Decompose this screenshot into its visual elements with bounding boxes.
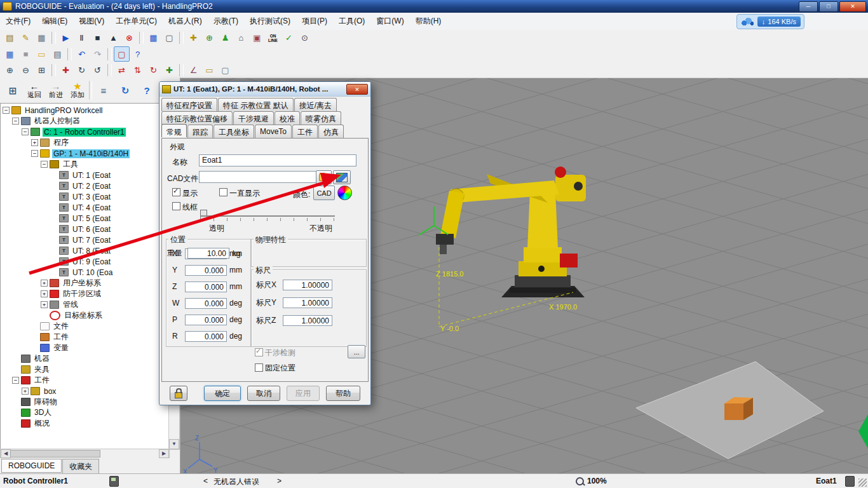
rotate-view-button[interactable]: ↻	[74, 62, 90, 78]
tree-item-parts[interactable]: 工件	[1, 375, 169, 386]
jog-x-button[interactable]: ⇄	[114, 62, 130, 78]
tree-item-controllers[interactable]: 机器人控制器	[1, 116, 169, 126]
add-button[interactable]: ★ 添加	[67, 79, 88, 102]
confirm-button[interactable]: ✓	[281, 30, 297, 46]
help-button[interactable]: ?	[130, 46, 146, 62]
dialog-tab[interactable]: 仿真	[318, 125, 344, 138]
apply-button[interactable]: 应用	[287, 386, 320, 401]
tree-item-workcell[interactable]: HandlingPRO Workcell	[1, 105, 169, 116]
scrollbar-thumb[interactable]	[10, 450, 100, 458]
prev-error-button[interactable]: <	[203, 477, 208, 485]
back-button[interactable]: ← 返回	[24, 79, 44, 102]
toolbar-separator[interactable]	[139, 32, 144, 44]
robot-jog-button[interactable]: ✚	[186, 30, 201, 46]
next-error-button[interactable]: >	[277, 477, 281, 485]
dialog-tab[interactable]: 特征 示教位置 默认	[218, 98, 294, 111]
tree-item-controller1[interactable]: C: 1 - Robot Controller1	[1, 126, 169, 137]
tree-item-human[interactable]: 3D人	[1, 407, 169, 418]
lock-button[interactable]	[170, 386, 187, 401]
collision-check-checkbox[interactable]	[255, 348, 263, 356]
fixed-position-checkbox[interactable]	[255, 363, 263, 372]
tree-expander-icon[interactable]	[31, 139, 38, 146]
dialog-tab[interactable]: 特征程序设置	[161, 98, 217, 111]
cancel-button[interactable]: 取消	[247, 386, 280, 401]
tool-pendant-icon[interactable]	[845, 476, 855, 487]
scroll-right-icon[interactable]: ▶	[159, 449, 169, 458]
menu-item[interactable]: 执行测试(S)	[244, 13, 296, 30]
menu-item[interactable]: 视图(V)	[73, 13, 110, 30]
list-view-button[interactable]: ≡	[93, 79, 114, 102]
help-button[interactable]: 帮助	[326, 386, 360, 401]
menu-item[interactable]: 项目(P)	[296, 13, 333, 30]
menu-item[interactable]: 帮助(H)	[410, 13, 447, 30]
tree-expander-icon[interactable]	[31, 150, 38, 157]
zoom-out-button[interactable]: ⊖	[18, 62, 34, 78]
dialog-tab[interactable]: 接近/离去	[294, 98, 337, 111]
tree-item-ut4[interactable]: UT: 4 (Eoat	[1, 202, 169, 213]
dialog-tab[interactable]: 工具坐标	[214, 125, 254, 138]
axis-value-field[interactable]: 0.000	[185, 298, 227, 309]
tab-favorites[interactable]: 收藏夹	[62, 459, 99, 475]
axis-value-field[interactable]: 0.000	[185, 281, 227, 292]
toolbar-separator[interactable]	[179, 64, 184, 76]
dialog-tab[interactable]: MoveTo	[255, 125, 292, 138]
ruler-button[interactable]: ▭	[201, 62, 217, 78]
dialog-tab[interactable]: 常规	[161, 124, 187, 137]
tree-item-ut10[interactable]: UT: 10 (Eoa	[1, 267, 169, 278]
undo-button[interactable]: ↶	[74, 46, 90, 62]
eject-button[interactable]: ▲	[105, 30, 121, 46]
minimize-button[interactable]	[799, 1, 818, 12]
tree-expander-icon[interactable]	[41, 290, 48, 297]
scale-value-field[interactable]: 1.00000	[283, 280, 332, 290]
toolbar-separator[interactable]	[51, 32, 56, 44]
show-checkbox[interactable]	[172, 188, 180, 196]
dialog-tab[interactable]: 特征示教位置偏移	[161, 111, 233, 125]
tree-item-ut7[interactable]: UT: 7 (Eoat	[1, 234, 169, 245]
tab-roboguide[interactable]: ROBOGUIDE	[1, 459, 62, 473]
menu-item[interactable]: 工作单元(C)	[110, 13, 163, 30]
toolbar-separator[interactable]	[67, 48, 72, 60]
robot-properties-button[interactable]: ▦	[34, 30, 50, 46]
transparency-slider-track[interactable]	[200, 215, 335, 217]
scale-value-field[interactable]: 1.00000	[283, 297, 332, 308]
tree-expander-icon[interactable]	[12, 377, 19, 384]
dialog-close-button[interactable]	[346, 84, 368, 95]
wireframe-checkbox[interactable]	[172, 202, 180, 210]
toolbar-separator[interactable]	[89, 81, 92, 100]
name-field[interactable]: Eoat1	[199, 154, 356, 166]
teach-pendant-icon[interactable]	[109, 476, 119, 487]
tree-expander-icon[interactable]	[41, 161, 48, 168]
human-model-button[interactable]: ♟	[217, 30, 233, 46]
dialog-tab[interactable]: 跟踪	[187, 125, 213, 138]
target-point-button[interactable]: ⊕	[201, 30, 217, 46]
orbit-view-button[interactable]: ↺	[90, 62, 105, 78]
tree-item-parts-ctrl[interactable]: 工件	[1, 332, 169, 342]
open-folder-button[interactable]: ▭	[34, 46, 50, 62]
cad-file-field[interactable]	[199, 171, 317, 183]
always-show-checkbox[interactable]	[219, 188, 227, 196]
dialog-tab[interactable]: 校准	[275, 111, 300, 125]
tree-item-vars[interactable]: 变量	[1, 342, 169, 353]
refresh-button[interactable]: ↻	[115, 79, 135, 102]
toolbar-separator[interactable]	[107, 48, 112, 60]
edit-workcell-button[interactable]: ✎	[18, 30, 34, 46]
cell-browser-button[interactable]: ▦	[2, 46, 18, 62]
menu-item[interactable]: 文件(F)	[0, 13, 36, 30]
tree-expander-icon[interactable]	[41, 280, 48, 287]
maximize-button[interactable]	[819, 1, 838, 12]
tree-item-dcs[interactable]: 防干涉区域	[1, 288, 169, 299]
zoom-in-button[interactable]: ⊕	[2, 62, 18, 78]
abort-button[interactable]: ⊗	[121, 30, 137, 46]
scroll-left-icon[interactable]: ◀	[1, 449, 11, 458]
tree-item-tooling[interactable]: 工具	[1, 159, 169, 170]
tree-expander-icon[interactable]	[3, 107, 10, 114]
help-nav-button[interactable]: ?	[137, 79, 157, 102]
network-speed-widget[interactable]: 164 KB/s	[736, 14, 804, 29]
color-wheel-button[interactable]	[337, 186, 352, 200]
tree-item-obstacles[interactable]: 障碍物	[1, 396, 169, 407]
tree-expander-icon[interactable]	[22, 388, 29, 395]
fault-reset-button[interactable]: ▦	[146, 30, 161, 46]
menu-item[interactable]: 窗口(W)	[370, 13, 409, 30]
forward-button[interactable]: → 前进	[46, 79, 66, 102]
hold-button[interactable]: Ⅱ	[74, 30, 90, 46]
